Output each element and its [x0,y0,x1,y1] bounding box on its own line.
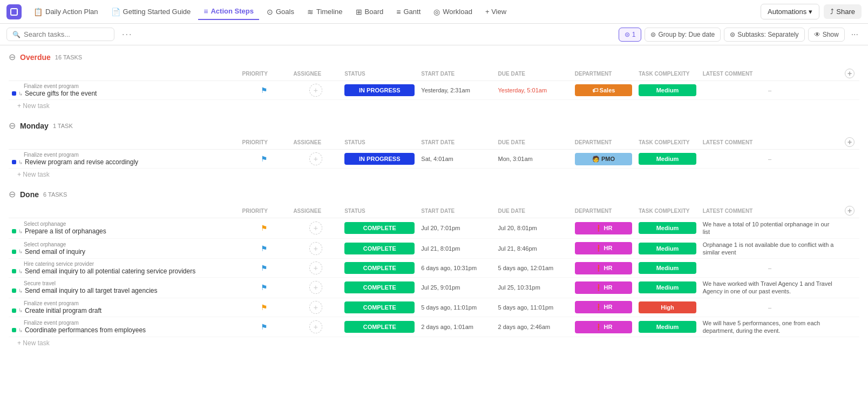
status-cell[interactable]: COMPLETE [341,259,418,278]
assignee-avatar[interactable]: + [309,281,322,294]
priority-flag[interactable]: ⚑ [261,264,268,272]
done-new-task[interactable]: + New task [9,337,859,351]
assignee-avatar[interactable]: + [309,320,322,333]
overdue-new-task[interactable]: + New task [9,100,859,114]
task-name-cell: ↳ Prepare a list of orphanages [12,227,236,235]
share-icon: ⤴ [830,8,834,16]
status-badge[interactable]: IN PROGRESS [344,153,415,165]
done-section-header: ⊖ Done 6 TASKS [9,189,859,199]
complexity-badge[interactable]: Medium [639,153,696,165]
nav-getting-started[interactable]: 📄 Getting Started Guide [106,4,196,19]
status-cell[interactable]: COMPLETE [341,298,418,317]
status-badge[interactable]: COMPLETE [344,262,415,274]
task-name[interactable]: ↳ Create initial program draft [18,307,101,314]
nav-goals[interactable]: ⊙ Goals [261,4,300,19]
task-name[interactable]: ↳ Review program and revise accordingly [18,158,138,166]
task-name[interactable]: ↳ Secure gifts for the event [18,90,97,97]
done-toggle[interactable]: ⊖ [9,189,16,199]
nav-timeline[interactable]: ≋ Timeline [302,4,348,19]
search-input[interactable] [24,30,99,38]
complexity-badge[interactable]: Medium [639,243,696,254]
status-badge[interactable]: COMPLETE [344,222,415,234]
show-button[interactable]: 👁 Show [808,28,845,42]
task-name[interactable]: ↳ Prepare a list of orphanages [18,227,106,235]
priority-flag[interactable]: ⚑ [261,244,268,253]
nav-gantt[interactable]: ≡ Gantt [391,4,426,19]
dept-badge[interactable]: ❗ HR [575,321,632,333]
monday-new-task[interactable]: + New task [9,169,859,183]
status-cell[interactable]: COMPLETE [341,218,418,239]
comment-cell: – [700,298,840,317]
priority-cell: ⚑ [239,218,290,239]
priority-flag[interactable]: ⚑ [261,86,268,95]
priority-flag[interactable]: ⚑ [261,224,268,232]
status-badge[interactable]: COMPLETE [344,321,415,333]
dept-badge[interactable]: ❗ HR [575,301,632,313]
nav-daily-action-plan[interactable]: 📋 Daily Action Plan [28,4,104,19]
overdue-th-complexity: TASK COMPLEXITY [635,66,699,81]
task-name[interactable]: ↳ Send email inquiry to all target trave… [18,287,157,294]
filter-button[interactable]: ⊜ 1 [619,28,642,42]
nav-board[interactable]: ⊞ Board [350,4,389,19]
group-by-button[interactable]: ⊜ Group by: Due date [645,28,721,42]
assignee-avatar[interactable]: + [309,301,322,314]
complexity-badge[interactable]: Medium [639,262,696,274]
assignee-avatar[interactable]: + [309,152,322,165]
done-task-cell-2: Hire catering service provider ↳ Send em… [9,259,239,278]
subtask-icon: ↳ [18,269,23,274]
search-box[interactable]: 🔍 [6,28,114,41]
status-cell[interactable]: COMPLETE [341,238,418,259]
assignee-cell: + [290,81,341,100]
automations-button[interactable]: Automations ▾ [761,4,819,19]
monday-add-column[interactable]: + [845,137,855,147]
complexity-badge[interactable]: High [639,301,696,313]
task-name[interactable]: ↳ Send email inquiry to all potential ca… [18,267,195,275]
assignee-avatar[interactable]: + [309,261,322,274]
status-badge[interactable]: COMPLETE [344,243,415,254]
priority-flag[interactable]: ⚑ [261,323,268,331]
dept-badge[interactable]: 🧑 PMO [575,153,632,165]
status-badge[interactable]: COMPLETE [344,301,415,313]
assignee-avatar[interactable]: + [309,84,322,97]
priority-flag[interactable]: ⚑ [261,303,268,312]
done-add-column[interactable]: + [845,206,855,216]
dept-badge[interactable]: ❗ HR [575,222,632,234]
overdue-count: 16 TASKS [55,54,82,61]
status-cell[interactable]: COMPLETE [341,278,418,298]
overdue-toggle[interactable]: ⊖ [9,52,16,62]
subtasks-button[interactable]: ⊜ Subtasks: Separately [724,28,804,42]
monday-th-dept: DEPARTMENT [572,135,635,150]
status-cell[interactable]: IN PROGRESS [341,150,418,169]
status-cell[interactable]: COMPLETE [341,317,418,337]
assignee-avatar[interactable]: + [309,222,322,234]
share-button[interactable]: ⤴ Share [824,4,862,19]
done-task-cell-3: Secure travel ↳ Send email inquiry to al… [9,278,239,298]
complexity-badge[interactable]: Medium [639,321,696,333]
assignee-avatar[interactable]: + [309,242,322,255]
nav-add-view[interactable]: + View [480,4,512,19]
dept-badge[interactable]: ❗ HR [575,281,632,294]
dept-badge[interactable]: ❗ HR [575,242,632,254]
status-cell[interactable]: IN PROGRESS [341,81,418,100]
nav-workload[interactable]: ◎ Workload [428,4,478,19]
task-name[interactable]: ↳ Coordinate performances from employees [18,326,146,334]
toolbar-more-button[interactable]: ··· [119,28,135,42]
status-badge[interactable]: COMPLETE [344,281,415,293]
eye-icon: 👁 [814,31,820,38]
nav-action-steps[interactable]: ≡ Action Steps [198,4,259,20]
app-logo[interactable] [6,4,22,19]
priority-flag[interactable]: ⚑ [261,155,268,163]
task-name[interactable]: ↳ Send email of inquiry [18,248,85,256]
dept-badge[interactable]: 🏷 Sales [575,84,632,96]
priority-flag[interactable]: ⚑ [261,283,268,292]
toolbar-options-button[interactable]: ··· [848,28,862,42]
monday-toggle[interactable]: ⊖ [9,120,16,131]
status-badge[interactable]: IN PROGRESS [344,84,415,96]
overdue-th-priority: PRIORITY [239,66,290,81]
dept-badge[interactable]: ❗ HR [575,262,632,274]
priority-cell: ⚑ [239,317,290,337]
complexity-badge[interactable]: Medium [639,222,696,234]
complexity-badge[interactable]: Medium [639,281,696,293]
complexity-badge[interactable]: Medium [639,84,696,96]
overdue-add-column[interactable]: + [845,69,855,78]
